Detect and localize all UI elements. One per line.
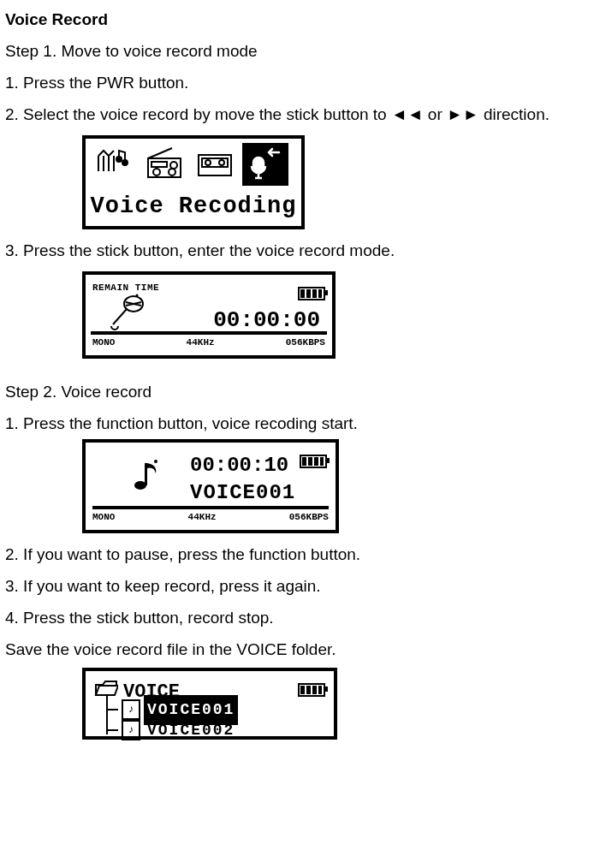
svg-rect-15 [145,463,147,485]
file-icon: ♪ [122,720,140,740]
svg-point-4 [170,162,177,169]
svg-point-10 [219,160,224,165]
freq-label: 44KHz [188,508,217,526]
freq-label: 44KHz [187,334,215,352]
figure-folder: VOICE ♪ VOICE001 ♪ VOICE002 [82,668,337,740]
mono-label: MONO [92,508,115,526]
step2-item-5: Save the voice record file in the VOICE … [5,633,589,665]
figure-mode-select: Voice Recoding [82,135,305,229]
step2-item-1: 1. Press the function button, voice reco… [5,407,589,439]
step2-item-2: 2. If you want to pause, press the funct… [5,538,589,570]
svg-point-5 [153,169,160,175]
file-2: VOICE002 [144,716,238,745]
figure-remain-time: REMAIN TIME 00:00:00 MONO 44KHz 056KBPS [82,271,336,359]
bitrate-label: 056KBPS [286,334,325,352]
figure1-caption: Voice Recoding [86,184,301,229]
battery-icon [300,447,327,479]
battery-icon [298,675,325,707]
figure-recording: 00:00:10 VOICE001 MONO 44KHz 056KBPS [82,439,339,533]
mono-label: MONO [92,334,115,352]
step2-item-3: 3. If you want to keep record, press it … [5,570,589,602]
step1-heading: Step 1. Move to voice record mode [5,35,589,67]
step2-item-4: 4. Press the stick button, record stop. [5,602,589,633]
svg-point-14 [134,481,146,490]
cassette-icon [192,143,238,186]
step1-item-1: 1. Press the PWR button. [5,67,589,98]
step2-heading: Step 2. Voice record [5,376,589,407]
music-note-icon [128,458,164,504]
svg-point-6 [169,169,175,175]
voice-record-icon [242,143,288,186]
step1-item-2: 2. Select the voice record by move the s… [5,98,589,130]
radio-icon [141,143,187,186]
music-icon [91,143,137,186]
svg-point-9 [205,160,211,165]
page-title: Voice Record [5,3,589,35]
svg-point-13 [136,294,139,297]
step1-item-3: 3. Press the stick button, enter the voi… [5,235,589,266]
bitrate-label: 056KBPS [289,508,329,526]
svg-rect-3 [151,162,167,167]
svg-point-16 [154,460,157,463]
